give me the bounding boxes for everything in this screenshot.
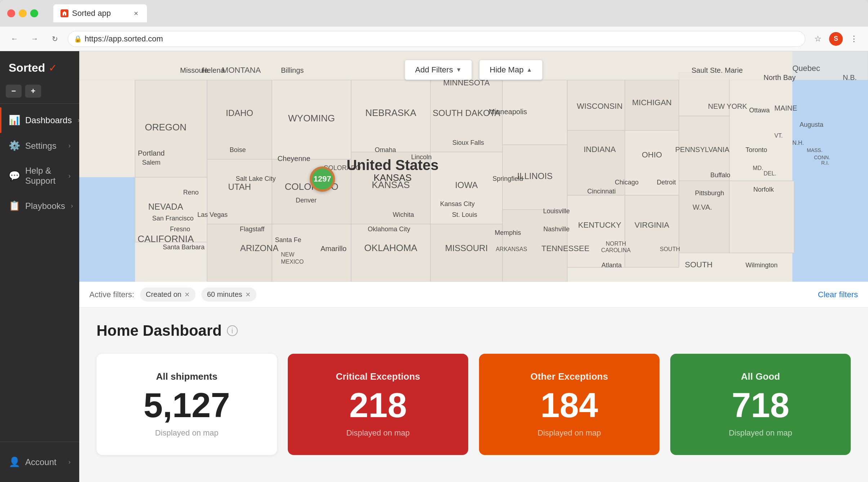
- help-icon: 💬: [9, 170, 19, 182]
- bookmark-icon[interactable]: ☆: [811, 32, 825, 46]
- sidebar-item-account[interactable]: 👤 Account ›: [0, 449, 79, 475]
- svg-text:INDIANA: INDIANA: [583, 145, 616, 154]
- user-avatar[interactable]: S: [829, 32, 843, 46]
- svg-text:MISSOURI: MISSOURI: [445, 243, 488, 253]
- sidebar-item-settings[interactable]: ⚙️ Settings ›: [0, 133, 79, 159]
- stat-number: 218: [349, 388, 407, 423]
- svg-text:MD.: MD.: [753, 165, 763, 171]
- filter-chip-close-icon[interactable]: ✕: [245, 291, 251, 299]
- minimize-window-dot[interactable]: [19, 9, 27, 17]
- svg-rect-32: [567, 195, 625, 267]
- svg-text:Omaha: Omaha: [375, 146, 396, 153]
- svg-text:Chicago: Chicago: [615, 179, 639, 186]
- filter-chip-close-icon[interactable]: ✕: [184, 291, 190, 299]
- svg-text:Salem: Salem: [142, 159, 160, 166]
- svg-text:Denver: Denver: [296, 197, 317, 204]
- svg-text:Cheyenne: Cheyenne: [277, 155, 310, 162]
- stat-label: All Good: [741, 371, 780, 382]
- stat-card-all-good[interactable]: All Good 718 Displayed on map: [670, 354, 851, 455]
- stat-card-all-shipments[interactable]: All shipments 5,127 Displayed on map: [97, 354, 277, 455]
- expand-button[interactable]: +: [25, 85, 41, 98]
- svg-text:Memphis: Memphis: [495, 229, 521, 236]
- logo-text: Sorted: [9, 61, 45, 75]
- chevron-right-icon: ›: [71, 202, 73, 210]
- svg-text:CONN.: CONN.: [814, 155, 830, 160]
- svg-text:United States: United States: [346, 157, 439, 173]
- svg-text:Toronto: Toronto: [746, 146, 767, 153]
- sidebar: Sorted ✓ − + 📊 Dashboards › ⚙️ Settings …: [0, 51, 79, 482]
- stat-label: Other Exceptions: [531, 371, 608, 382]
- sidebar-item-playbooks[interactable]: 📋 Playbooks ›: [0, 193, 79, 219]
- svg-text:KANSAS: KANSAS: [373, 172, 412, 183]
- stat-card-other-exceptions[interactable]: Other Exceptions 184 Displayed on map: [479, 354, 659, 455]
- browser-tab[interactable]: Sorted app ✕: [53, 4, 147, 22]
- svg-text:North Bay: North Bay: [764, 73, 796, 81]
- collapse-button[interactable]: −: [6, 85, 22, 98]
- sidebar-item-help-support[interactable]: 💬 Help & Support ›: [0, 159, 79, 193]
- svg-text:Reno: Reno: [183, 189, 198, 196]
- tab-title: Sorted app: [72, 9, 128, 18]
- info-icon[interactable]: i: [227, 325, 238, 336]
- filter-chip-created-on[interactable]: Created on ✕: [140, 287, 196, 302]
- tab-favicon: [61, 9, 68, 17]
- hide-map-button[interactable]: Hide Map ▲: [479, 60, 543, 80]
- account-icon: 👤: [9, 456, 19, 468]
- svg-text:IDAHO: IDAHO: [226, 108, 253, 118]
- chevron-down-icon: ▼: [456, 67, 462, 73]
- browser-titlebar: Sorted app ✕: [0, 0, 868, 27]
- clear-filters-button[interactable]: Clear filters: [818, 290, 858, 299]
- back-button[interactable]: ←: [7, 32, 22, 46]
- svg-rect-8: [792, 51, 868, 282]
- svg-text:Augusta: Augusta: [800, 121, 824, 128]
- address-bar[interactable]: 🔒 https://app.sorted.com: [68, 31, 805, 47]
- sidebar-item-label: Settings: [25, 141, 63, 151]
- map-cluster-marker[interactable]: 1297: [310, 166, 335, 192]
- refresh-button[interactable]: ↻: [48, 32, 62, 46]
- stat-sub: Displayed on map: [537, 428, 601, 438]
- logo-check-icon: ✓: [49, 62, 57, 74]
- close-window-dot[interactable]: [7, 9, 15, 17]
- svg-text:MONTANA: MONTANA: [222, 66, 261, 75]
- svg-text:ARIZONA: ARIZONA: [240, 243, 279, 253]
- stat-card-critical-exceptions[interactable]: Critical Exceptions 218 Displayed on map: [288, 354, 468, 455]
- svg-text:Santa Barbara: Santa Barbara: [163, 244, 205, 251]
- app-container: Sorted ✓ − + 📊 Dashboards › ⚙️ Settings …: [0, 51, 868, 482]
- svg-text:CALIFORNIA: CALIFORNIA: [138, 233, 194, 244]
- main-content: OREGON IDAHO WYOMING UTAH COLORADO NEVAD…: [79, 51, 868, 482]
- svg-text:WYOMING: WYOMING: [288, 113, 335, 124]
- svg-text:NORTH: NORTH: [606, 241, 626, 247]
- svg-text:Santa Fe: Santa Fe: [275, 236, 301, 244]
- tab-close-button[interactable]: ✕: [132, 9, 140, 17]
- more-options-icon[interactable]: ⋮: [847, 32, 861, 46]
- active-filters-label: Active filters:: [89, 290, 134, 299]
- svg-text:Minneapolis: Minneapolis: [489, 108, 527, 116]
- maximize-window-dot[interactable]: [30, 9, 38, 17]
- svg-text:Kansas City: Kansas City: [440, 200, 475, 207]
- svg-text:MASS.: MASS.: [807, 147, 823, 153]
- add-filters-button[interactable]: Add Filters ▼: [405, 60, 472, 80]
- sidebar-item-label: Dashboards: [25, 115, 72, 125]
- svg-text:Billings: Billings: [281, 66, 304, 74]
- svg-text:Missoula: Missoula: [180, 66, 209, 74]
- svg-text:Sioux Falls: Sioux Falls: [452, 139, 484, 146]
- svg-text:IOWA: IOWA: [455, 180, 478, 190]
- filter-chip-60-minutes[interactable]: 60 minutes ✕: [201, 287, 256, 302]
- sidebar-item-dashboards[interactable]: 📊 Dashboards ›: [0, 107, 79, 133]
- svg-text:Wichita: Wichita: [393, 211, 414, 218]
- svg-text:OHIO: OHIO: [642, 150, 662, 159]
- svg-text:Louisville: Louisville: [543, 207, 570, 215]
- browser-chrome: Sorted app ✕ ← → ↻ 🔒 https://app.sorted.…: [0, 0, 868, 482]
- map-container: OREGON IDAHO WYOMING UTAH COLORADO NEVAD…: [79, 51, 868, 282]
- svg-text:MAINE: MAINE: [774, 104, 797, 112]
- stats-grid: All shipments 5,127 Displayed on map Cri…: [97, 354, 851, 455]
- dashboard-title: Home Dashboard: [97, 322, 222, 339]
- map-svg: OREGON IDAHO WYOMING UTAH COLORADO NEVAD…: [79, 51, 868, 282]
- svg-text:SOUTH: SOUTH: [685, 260, 713, 269]
- svg-text:OKLAHOMA: OKLAHOMA: [364, 242, 417, 253]
- svg-text:Amarillo: Amarillo: [321, 245, 346, 253]
- forward-button[interactable]: →: [27, 32, 42, 46]
- browser-toolbar: ← → ↻ 🔒 https://app.sorted.com ☆ S ⋮: [0, 27, 868, 51]
- svg-text:Wilmington: Wilmington: [746, 262, 778, 269]
- svg-text:Pittsburgh: Pittsburgh: [695, 189, 724, 197]
- url-text: https://app.sorted.com: [85, 34, 163, 44]
